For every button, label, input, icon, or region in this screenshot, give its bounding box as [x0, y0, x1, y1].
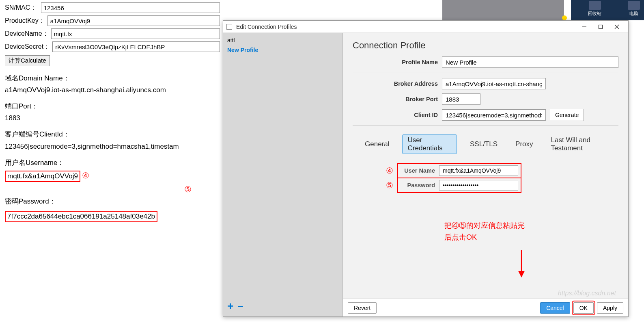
profile-editor: Connection Profile Profile Name Broker A…: [343, 33, 628, 316]
ok-button[interactable]: OK: [573, 302, 594, 314]
profile-name-label: Profile Name: [353, 59, 438, 65]
dialog-titlebar: Edit Connection Profiles: [223, 21, 628, 33]
port-label: 端口Port：: [5, 101, 220, 112]
window-close-icon[interactable]: [609, 21, 625, 33]
username-label-dialog: User Name: [401, 167, 435, 174]
broker-port-input[interactable]: [442, 93, 480, 105]
app-icon: [226, 24, 232, 30]
productkey-input[interactable]: [47, 15, 220, 26]
password-value-boxed: 7f7ccc2da65644ebc1ca066191a25148af03e42b: [5, 211, 157, 222]
username-input[interactable]: [439, 165, 518, 176]
password-label-dialog: Password: [401, 182, 435, 188]
client-id-input[interactable]: [442, 109, 546, 121]
divider: [353, 72, 618, 72]
edit-connection-profiles-dialog: Edit Connection Profiles attl New Profil…: [223, 20, 629, 317]
mark-5-left: ⑤: [184, 185, 192, 194]
password-input[interactable]: [439, 180, 518, 191]
annotation-line-1: 把④⑤的对应信息粘贴完: [444, 220, 525, 232]
domain-label: 域名Domain Name：: [5, 73, 220, 84]
tab-user-credentials[interactable]: User Credentials: [402, 134, 457, 154]
profile-name-input[interactable]: [442, 56, 618, 68]
svg-rect-1: [599, 25, 603, 28]
devicesecret-label: DeviceSecret：: [5, 43, 50, 51]
revert-button[interactable]: Revert: [348, 302, 377, 314]
desktop-computer-icon[interactable]: 电脑: [628, 1, 640, 17]
arrow-down-icon: [513, 248, 530, 281]
sn-input[interactable]: [41, 2, 220, 13]
mark-4-left: ④: [82, 171, 89, 180]
device-info-panel: SN/MAC： ProductKey： DeviceName： DeviceSe…: [5, 2, 220, 222]
sidebar-item-attl[interactable]: attl: [223, 35, 342, 45]
devicename-input[interactable]: [51, 28, 220, 39]
mark-4-dialog: ④: [353, 166, 397, 176]
remove-profile-icon[interactable]: –: [237, 300, 243, 312]
broker-address-input[interactable]: [442, 78, 546, 89]
add-profile-icon[interactable]: +: [227, 300, 233, 312]
section-heading: Connection Profile: [353, 40, 618, 51]
generate-button[interactable]: Generate: [550, 109, 584, 121]
apply-button[interactable]: Apply: [597, 302, 623, 314]
calculate-button[interactable]: 计算Calculate: [5, 55, 50, 66]
annotation-line-2: 后点击OK: [444, 232, 525, 243]
port-value: 1883: [5, 114, 220, 122]
devicename-label: DeviceName：: [5, 30, 49, 38]
domain-value: a1AmqOVVoj9.iot-as-mqtt.cn-shanghai.aliy…: [5, 86, 220, 94]
watermark: https://blog.csdn.net: [558, 290, 616, 297]
background-gray-strip: [442, 0, 564, 20]
productkey-label: ProductKey：: [5, 17, 45, 25]
window-maximize-icon[interactable]: [592, 21, 609, 33]
profiles-sidebar: attl New Profile + –: [223, 33, 343, 316]
dialog-button-bar: Revert Cancel OK Apply: [343, 299, 628, 316]
clientid-label: 客户端编号ClientId：: [5, 129, 220, 140]
sn-label: SN/MAC：: [5, 4, 39, 12]
devicesecret-input[interactable]: [52, 41, 220, 52]
desktop-computer-label: 电脑: [629, 11, 638, 16]
cancel-button[interactable]: Cancel: [540, 302, 570, 314]
dialog-title: Edit Connection Profiles: [236, 24, 576, 30]
tab-proxy[interactable]: Proxy: [510, 139, 538, 150]
username-value-boxed: mqtt.fx&a1AmqOVVoj9: [5, 171, 80, 182]
password-label: 密码Password：: [5, 197, 220, 206]
annotation-note: 把④⑤的对应信息粘贴完 后点击OK: [444, 220, 525, 243]
broker-port-label: Broker Port: [353, 96, 438, 102]
desktop-recycle-label: 回收站: [588, 11, 601, 16]
svg-marker-5: [518, 271, 525, 277]
desktop-recycle-icon[interactable]: 回收站: [588, 1, 601, 17]
notification-dot-icon: [562, 15, 567, 20]
broker-address-label: Broker Address: [353, 80, 438, 87]
sidebar-item-new-profile[interactable]: New Profile: [223, 45, 342, 55]
mark-5-dialog: ⑤: [353, 180, 397, 190]
client-id-label: Client ID: [353, 112, 438, 118]
clientid-value: 123456|securemode=3,signmethod=hmacsha1,…: [5, 143, 220, 151]
tab-ssl-tls[interactable]: SSL/TLS: [465, 139, 502, 150]
tab-general[interactable]: General: [360, 139, 394, 150]
window-minimize-icon[interactable]: [576, 21, 592, 33]
tab-lwt[interactable]: Last Will and Testament: [546, 135, 618, 154]
tabs: General User Credentials SSL/TLS Proxy L…: [360, 134, 618, 154]
divider-2: [353, 125, 618, 126]
username-label: 用户名Username：: [5, 157, 220, 168]
